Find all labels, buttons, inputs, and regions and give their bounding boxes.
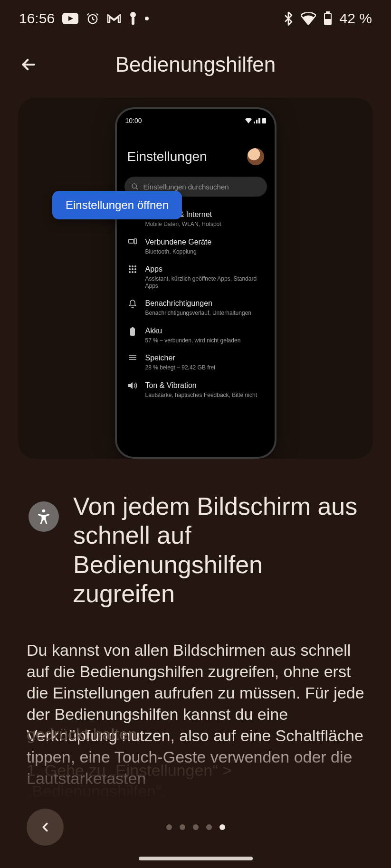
svg-rect-21: [130, 328, 135, 336]
page-dots: [166, 824, 225, 830]
page-dot: [206, 824, 212, 830]
phone-wifi-icon: [245, 118, 252, 123]
phone-item-apps: AppsAssistant, kürzlich geöffnete Apps, …: [117, 260, 275, 294]
svg-point-15: [129, 268, 131, 270]
tooltip-open-settings: Einstellungen öffnen: [52, 191, 182, 219]
phone-settings-title: Einstellungen: [127, 149, 207, 164]
app-bar: Bedienungshilfen: [0, 31, 391, 93]
pager: [0, 824, 391, 830]
search-icon: [131, 183, 139, 190]
phone-item-battery: Akku57 % – verbunden, wird nicht geladen: [117, 321, 275, 349]
svg-point-16: [132, 268, 134, 270]
bell-icon: [129, 300, 136, 308]
devices-icon: [128, 238, 137, 245]
page-dot: [180, 824, 185, 830]
phone-item-devices: Verbundene GeräteBluetooth, Kopplung: [117, 233, 275, 260]
svg-rect-10: [128, 239, 134, 243]
wifi-icon: [301, 12, 316, 25]
svg-point-12: [129, 265, 131, 267]
sound-icon: [128, 382, 137, 389]
phone-battery-icon: [262, 118, 266, 123]
svg-rect-22: [132, 327, 134, 328]
phone-item-storage: Speicher28 % belegt – 92,42 GB frei: [117, 349, 275, 376]
key-icon: [129, 11, 137, 26]
apps-icon: [129, 265, 136, 273]
status-time: 16:56: [19, 10, 55, 27]
svg-point-17: [134, 268, 136, 270]
page-dot-active: [219, 824, 225, 830]
svg-rect-11: [134, 239, 136, 244]
page-title: Bedienungshilfen: [14, 53, 377, 76]
battery-icon: [324, 11, 332, 26]
svg-point-18: [129, 271, 131, 273]
accessibility-icon: [29, 501, 59, 532]
page-dot: [193, 824, 199, 830]
phone-search-placeholder: Einstellungen durchsuchen: [143, 183, 229, 191]
battery-icon: [130, 327, 135, 336]
svg-point-19: [132, 271, 134, 273]
page-dot: [166, 824, 172, 830]
status-battery-text: 42 %: [340, 10, 372, 27]
phone-time: 10:00: [125, 117, 142, 124]
phone-illustration: 10:00 Einstellungen Einstellungen durchs…: [115, 107, 277, 459]
headline-section: Von jedem Bildschirm aus schnell auf Bed…: [0, 459, 391, 623]
nav-handle[interactable]: [139, 857, 253, 860]
svg-point-9: [132, 184, 136, 188]
svg-rect-7: [262, 118, 266, 123]
svg-rect-8: [263, 118, 265, 118]
youtube-icon: [62, 13, 78, 24]
notification-dot-icon: [145, 17, 149, 20]
gmail-icon: [107, 13, 121, 24]
illustration-card: 10:00 Einstellungen Einstellungen durchs…: [18, 98, 373, 459]
previous-button[interactable]: [27, 809, 64, 846]
faded-text-2: 1. Gehe zu „Einstellungen“ > „Bedienungs…: [27, 760, 364, 802]
headline-text: Von jedem Bildschirm aus schnell auf Bed…: [73, 492, 362, 608]
alarm-icon: [86, 12, 99, 25]
storage-icon: [129, 354, 136, 361]
phone-item-sound: Ton & VibrationLautstärke, haptisches Fe…: [117, 376, 275, 404]
svg-rect-6: [325, 19, 330, 24]
svg-point-2: [130, 12, 136, 18]
svg-point-13: [132, 265, 134, 267]
phone-signal-icon: [254, 118, 260, 123]
bluetooth-icon: [284, 11, 293, 26]
avatar: [247, 148, 264, 165]
svg-point-23: [42, 509, 46, 513]
svg-rect-5: [326, 12, 329, 13]
svg-point-14: [134, 265, 136, 267]
status-bar: 16:56 42 %: [0, 0, 391, 31]
svg-point-20: [134, 271, 136, 273]
phone-item-notifications: BenachrichtigungenBenachrichtigungsverla…: [117, 294, 275, 321]
svg-rect-3: [132, 17, 134, 25]
faded-text-1: gedrückt halten.: [27, 724, 364, 745]
